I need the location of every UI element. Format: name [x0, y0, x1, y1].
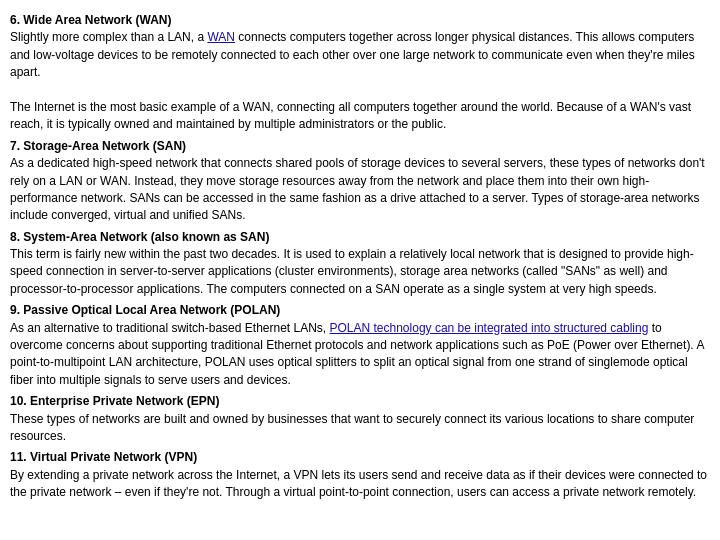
- section-body-system-area: This term is fairly new within the past …: [10, 246, 710, 298]
- main-content: 6. Wide Area Network (WAN) Slightly more…: [0, 0, 720, 510]
- section-body-wan-1: Slightly more complex than a LAN, a WAN …: [10, 29, 710, 81]
- section-body-epn: These types of networks are built and ow…: [10, 411, 710, 446]
- section-body-san: As a dedicated high-speed network that c…: [10, 155, 710, 225]
- section-body-polan: As an alternative to traditional switch-…: [10, 320, 710, 390]
- section-body-vpn: By extending a private network across th…: [10, 467, 710, 502]
- section-title-epn: 10. Enterprise Private Network (EPN): [10, 393, 710, 410]
- section-body-wan-2: The Internet is the most basic example o…: [10, 99, 710, 134]
- section-title-vpn: 11. Virtual Private Network (VPN): [10, 449, 710, 466]
- section-title-wan: 6. Wide Area Network (WAN): [10, 12, 710, 29]
- polan-link[interactable]: POLAN technology can be integrated into …: [330, 321, 649, 335]
- section-title-polan: 9. Passive Optical Local Area Network (P…: [10, 302, 710, 319]
- wan-link[interactable]: WAN: [207, 30, 235, 44]
- section-title-system-area: 8. System-Area Network (also known as SA…: [10, 229, 710, 246]
- section-title-san: 7. Storage-Area Network (SAN): [10, 138, 710, 155]
